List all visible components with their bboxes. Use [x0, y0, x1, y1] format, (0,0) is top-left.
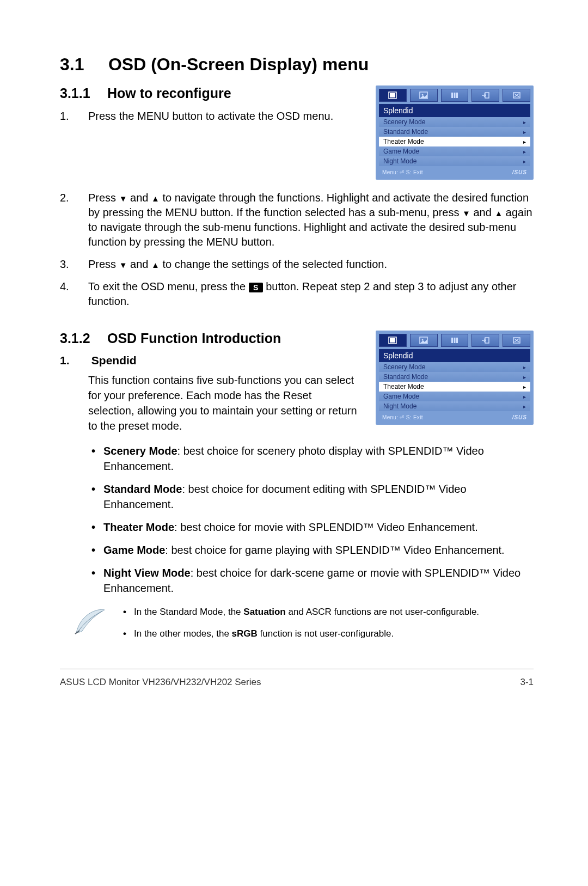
s-button-icon: S	[249, 283, 263, 292]
osd-tab-splendid-icon	[379, 89, 407, 102]
svg-rect-6	[456, 93, 458, 98]
up-arrow-icon	[494, 206, 503, 218]
osd-row: Game Mode▸	[379, 392, 530, 401]
osd-tab-color-icon	[441, 334, 469, 347]
section-heading: 3.1 OSD (On-Screen Display) menu	[60, 54, 534, 75]
up-arrow-icon	[151, 192, 160, 204]
subsection-heading: 3.1.1 How to reconfigure	[60, 85, 359, 101]
osd-tabs	[379, 334, 530, 347]
step-text: To exit the OSD menu, press the S button…	[88, 279, 534, 309]
osd-tab-image-icon	[410, 89, 438, 102]
feather-icon	[71, 606, 109, 636]
down-arrow-icon	[119, 192, 127, 204]
svg-rect-4	[451, 93, 453, 98]
up-arrow-icon	[151, 258, 160, 270]
osd-tab-image-icon	[410, 334, 438, 347]
mode-item: Game Mode: best choice for game playing …	[88, 542, 534, 558]
osd-row: Scenery Mode▸	[379, 362, 530, 372]
page-footer: ASUS LCD Monitor VH236/VH232/VH202 Serie…	[60, 677, 534, 688]
svg-rect-5	[454, 93, 455, 98]
note-item: In the Standard Mode, the Satuation and …	[120, 606, 534, 619]
section-title: OSD (On-Screen Display) menu	[108, 54, 369, 74]
osd-tabs	[379, 89, 530, 102]
subsection-title: OSD Function Introduction	[107, 331, 281, 346]
osd-screenshot: Splendid Scenery Mode▸ Standard Mode▸ Th…	[376, 331, 534, 425]
osd-row: Scenery Mode▸	[379, 117, 530, 127]
step-text: Press the MENU button to activate the OS…	[88, 109, 359, 124]
osd-footer: Menu: ⏎ S: Exit /SUS	[379, 166, 530, 176]
footer-rule	[60, 669, 534, 669]
subsection-heading: 3.1.2 OSD Function Introduction	[60, 331, 359, 346]
osd-title: Splendid	[379, 349, 530, 362]
osd-row: Standard Mode▸	[379, 127, 530, 137]
osd-row: Game Mode▸	[379, 146, 530, 156]
footer-left: ASUS LCD Monitor VH236/VH232/VH202 Serie…	[60, 677, 261, 688]
note-block: In the Standard Mode, the Satuation and …	[71, 606, 534, 649]
step-item: 4. To exit the OSD menu, press the S but…	[60, 279, 534, 309]
item-paragraph: This function contains five sub-function…	[88, 372, 359, 433]
mode-item: Theater Mode: best choice for movie with…	[88, 520, 534, 535]
osd-tab-splendid-icon	[379, 334, 407, 347]
down-arrow-icon	[462, 206, 470, 218]
osd-title: Splendid	[379, 104, 530, 117]
subsection-number: 3.1.1	[60, 85, 103, 101]
step-item: 1. Press the MENU button to activate the…	[60, 109, 359, 124]
subsection-number: 3.1.2	[60, 331, 103, 346]
mode-list: Scenery Mode: best choice for scenery ph…	[88, 443, 534, 596]
osd-row: Standard Mode▸	[379, 372, 530, 382]
svg-rect-10	[390, 338, 395, 343]
osd-row-selected: Theater Mode▸	[379, 382, 530, 392]
step-text: Press and to navigate through the functi…	[88, 191, 534, 249]
osd-screenshot: Splendid Scenery Mode▸ Standard Mode▸ Th…	[376, 85, 534, 180]
osd-tab-color-icon	[441, 89, 469, 102]
osd-tab-system-icon	[503, 89, 530, 102]
step-text: Press and to change the settings of the …	[88, 257, 534, 272]
footer-right: 3-1	[520, 677, 534, 688]
svg-rect-15	[456, 338, 458, 343]
osd-list: Scenery Mode▸ Standard Mode▸ Theater Mod…	[379, 362, 530, 411]
mode-item: Night View Mode: best choice for dark-sc…	[88, 565, 534, 596]
mode-item: Standard Mode: best choice for document …	[88, 481, 534, 512]
svg-rect-14	[454, 338, 455, 343]
osd-footer: Menu: ⏎ S: Exit /SUS	[379, 411, 530, 421]
section-number: 3.1	[60, 54, 103, 75]
step-item: 3. Press and to change the settings of t…	[60, 257, 534, 272]
osd-row: Night Mode▸	[379, 401, 530, 411]
svg-rect-13	[451, 338, 453, 343]
svg-rect-1	[390, 93, 395, 97]
step-item: 2. Press and to navigate through the fun…	[60, 191, 534, 249]
osd-tab-input-icon	[471, 334, 499, 347]
note-list: In the Standard Mode, the Satuation and …	[120, 606, 534, 649]
mode-item: Scenery Mode: best choice for scenery ph…	[88, 443, 534, 474]
item-heading: 1. Spendid	[60, 354, 359, 367]
subsection-title: How to reconfigure	[107, 85, 231, 101]
osd-row: Night Mode▸	[379, 156, 530, 166]
osd-tab-system-icon	[503, 334, 530, 347]
osd-list: Scenery Mode▸ Standard Mode▸ Theater Mod…	[379, 117, 530, 166]
note-item: In the other modes, the sRGB function is…	[120, 627, 534, 640]
down-arrow-icon	[119, 258, 127, 270]
osd-tab-input-icon	[471, 89, 499, 102]
osd-row-selected: Theater Mode▸	[379, 137, 530, 146]
